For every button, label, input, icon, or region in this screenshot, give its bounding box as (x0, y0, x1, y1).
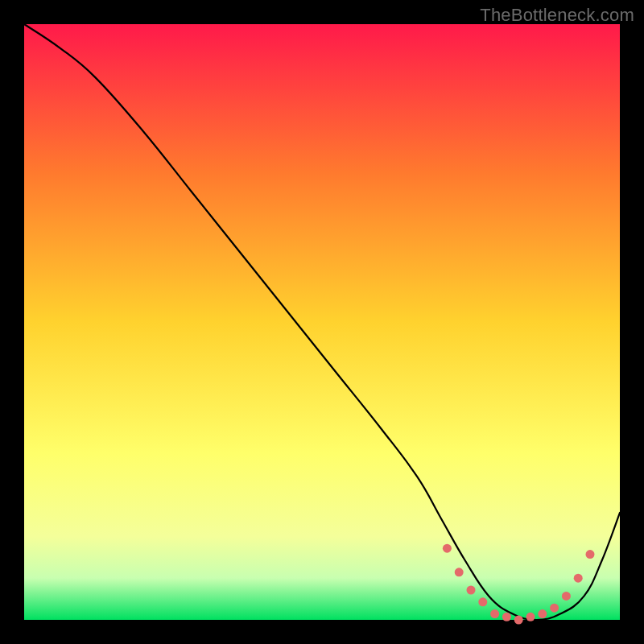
valley-marker (467, 586, 476, 595)
valley-marker (526, 613, 535, 621)
valley-marker (550, 604, 559, 613)
valley-marker (455, 568, 464, 576)
valley-marker (562, 592, 571, 601)
valley-marker (514, 616, 523, 625)
chart-frame: TheBottleneck.com (0, 0, 644, 644)
valley-marker (574, 574, 583, 583)
valley-marker (443, 544, 452, 553)
watermark-text: TheBottleneck.com (480, 5, 634, 26)
valley-marker (538, 609, 547, 618)
gradient-background (24, 24, 620, 620)
valley-marker (478, 597, 487, 606)
bottleneck-chart (0, 0, 644, 644)
valley-marker (502, 613, 511, 621)
valley-marker (490, 609, 499, 618)
valley-marker (586, 550, 595, 559)
